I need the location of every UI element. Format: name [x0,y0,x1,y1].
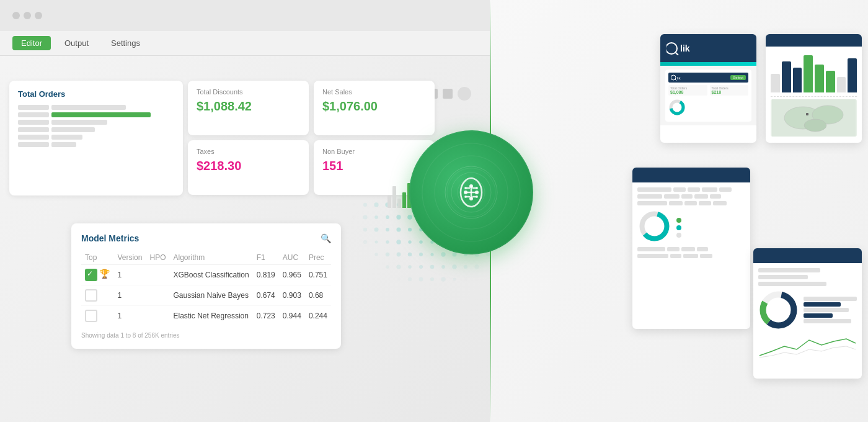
bar-fill [51,135,82,140]
bar-fill [51,127,95,132]
table-mini-row [637,194,745,199]
text-row [758,282,826,286]
kpi-cards: Total Discounts $1,088.42 Taxes $218.30 [188,81,309,195]
metrics-table: Top Version HPO Algorithm F1 AUC Prec 🏆 … [81,251,331,326]
kpi-card-taxes: Taxes $218.30 [188,140,309,195]
checkbox-checked[interactable] [85,269,97,281]
map-svg [771,99,857,137]
close-btn[interactable] [12,12,20,19]
metric-dot [676,233,681,238]
right-panel: lik lik Select Total Orders $1,088 [490,0,868,422]
th-f1: F1 [253,251,279,265]
cell [688,187,700,192]
qlik-body: lik Select Total Orders $1,088 Total Ord… [660,66,756,125]
metric-bar-item [676,225,684,230]
bar-row [804,308,849,312]
donut-card-header [753,248,862,263]
cell [713,201,727,205]
bar-label [18,105,49,110]
cell [670,254,681,258]
row1-checkbox-cell[interactable]: 🏆 [81,265,113,285]
qlik-logo-svg: lik [666,42,698,55]
map-mini [771,99,857,137]
table-card-body [632,182,750,266]
maximize-btn[interactable] [35,12,42,19]
row1-prec: 0.751 [305,265,331,285]
metric-dot [676,218,681,223]
chart-card-top-right [766,34,862,143]
svg-point-11 [469,184,473,188]
nonbuyer-label: Non Buyer [322,148,426,155]
row3-checkbox-cell[interactable] [81,306,113,326]
qlik-kpi-row: Total Orders $1,088 Total Orders $218 [668,85,748,96]
netsales-value: $1,076.00 [322,99,426,114]
bar-fill-green [51,112,151,117]
bar-tr [782,61,791,92]
bar-tr [771,74,780,92]
cell [637,201,667,205]
bar-label [18,120,49,125]
cell [669,201,683,205]
table-card-header [632,168,750,182]
bar-chart [18,105,174,147]
checkbox-unchecked[interactable] [85,289,97,302]
table-mini-row [637,247,745,251]
discounts-label: Total Discounts [197,88,300,96]
taxes-value: $218.30 [197,159,300,173]
svg-point-16 [476,195,478,198]
mini-bar [392,186,396,208]
cell [684,201,697,205]
donut-card-body [753,263,862,364]
qlik-green-button[interactable]: Select [730,75,746,80]
mini-line-chart [758,334,857,359]
bar-tr-green [804,55,813,92]
avatar[interactable] [458,87,471,101]
table-row: 1 Elastic Net Regression 0.723 0.944 0.2… [81,306,331,326]
bar-row-5 [18,135,174,140]
cell [637,187,671,192]
chart-body [766,47,862,141]
cell [673,187,686,192]
th-hpo: HPO [146,251,169,265]
tab-settings[interactable]: Settings [102,36,149,50]
taxes-label: Taxes [197,148,300,155]
text-row [758,275,808,279]
cell [667,247,680,251]
tab-output[interactable]: Output [56,36,97,50]
cell [637,247,665,251]
qlik-kpi-box-1: Total Orders $1,088 [668,85,707,96]
row1-version: 1 [113,265,146,285]
tab-editor[interactable]: Editor [12,36,51,50]
total-orders-card: Total Orders [9,81,183,195]
icon-btn-2[interactable] [443,89,453,99]
cell [719,187,732,192]
qlik-logo-small: lik [671,74,684,81]
checkbox-unchecked[interactable] [85,310,97,322]
top-bar [0,0,490,31]
svg-point-9 [464,191,467,194]
svg-point-12 [469,197,473,200]
bar-tr-green [826,71,835,92]
minimize-btn[interactable] [24,12,31,19]
cell [664,194,680,199]
kpi-card-netsales: Net Sales $1,076.00 [314,81,435,135]
svg-line-18 [675,52,678,55]
metric-dot [676,225,681,230]
row2-checkbox-cell[interactable] [81,285,113,306]
qlik-kpi-box-2: Total Orders $218 [710,85,749,96]
metric-bars [676,218,684,238]
metrics-search-icon[interactable]: 🔍 [321,233,331,243]
row1-auc: 0.965 [279,265,305,285]
svg-rect-29 [806,113,808,115]
svg-point-1 [451,173,491,212]
svg-line-21 [675,79,676,81]
row3-f1: 0.723 [253,306,279,326]
svg-point-13 [464,187,467,189]
bar-row-1 [18,105,174,110]
mini-bar [388,195,391,208]
row1-hpo [146,265,169,285]
bar-tr [793,68,802,92]
svg-text:lik: lik [677,76,681,80]
svg-point-10 [475,191,479,194]
row3-prec: 0.244 [305,306,331,326]
